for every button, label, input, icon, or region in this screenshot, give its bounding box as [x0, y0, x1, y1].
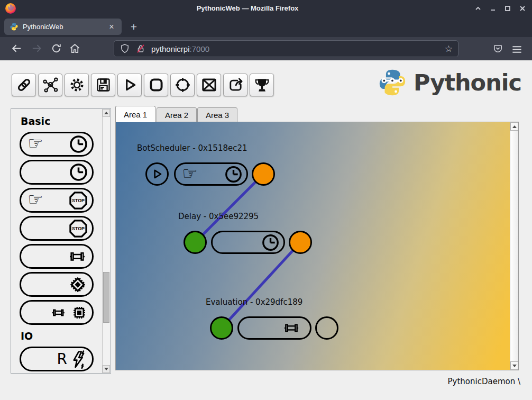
element-manual-stop[interactable]: ☞ STOP [20, 188, 94, 213]
canvas-scrollbar[interactable] [510, 122, 518, 370]
trophy-button[interactable] [250, 74, 274, 96]
element-scheduler[interactable] [20, 160, 94, 185]
share-icon [227, 77, 244, 93]
evaluation-input-socket[interactable] [210, 316, 233, 340]
tab-area-2[interactable]: Area 2 [157, 107, 197, 123]
hand-point-icon: ☞ [182, 165, 198, 182]
pythonic-logo: Pythonic [375, 67, 521, 98]
delay-output-socket[interactable] [289, 231, 312, 254]
close-window-button[interactable] [516, 2, 529, 15]
url-bar[interactable]: pythonicrpi:7000 ☆ [114, 40, 458, 57]
element-generic-python[interactable] [20, 272, 94, 297]
play-icon [150, 167, 164, 181]
window-titlebar: PythonicWeb — Mozilla Firefox [0, 0, 532, 17]
menu-hamburger-icon[interactable] [511, 43, 523, 56]
r-label: R [57, 350, 67, 368]
delay-input-socket[interactable] [184, 231, 207, 254]
tab-title: PythonicWeb [23, 23, 107, 31]
element-manual-scheduler[interactable]: ☞ [20, 132, 94, 157]
back-icon[interactable] [11, 42, 23, 54]
element-operation[interactable] [20, 244, 94, 269]
python-favicon [10, 22, 19, 31]
save-floppy-icon [95, 77, 112, 93]
workspace-canvas[interactable]: BotScheduler - 0x1518ec21 ☞ Delay - 0x5e… [115, 122, 519, 370]
trophy-icon [254, 77, 270, 93]
evaluation-body[interactable] [237, 316, 311, 340]
canvas-scroll-down-button[interactable] [510, 361, 518, 370]
kill-mail-button[interactable] [197, 74, 221, 96]
minimize-button[interactable] [487, 2, 499, 15]
home-icon[interactable] [69, 42, 81, 54]
tab-area-1[interactable]: Area 1 [115, 106, 155, 122]
crosshair-icon [175, 77, 191, 93]
canvas-scroll-up-button[interactable] [510, 122, 518, 131]
node-label-delay: Delay - 0x5ee92295 [178, 212, 259, 221]
element-library-panel: Basic ☞ ☞ STOP STOP [11, 108, 111, 374]
delay-body[interactable] [211, 231, 285, 254]
url-text[interactable]: pythonicrpi:7000 [151, 44, 445, 53]
bookmark-star-icon[interactable]: ☆ [445, 43, 453, 54]
stop-sign-icon: STOP [68, 190, 88, 211]
node-label-botscheduler: BotScheduler - 0x1518ec21 [137, 143, 247, 153]
section-heading-basic: Basic [21, 115, 111, 127]
tab-close-icon[interactable]: × [107, 22, 116, 32]
wire-delay-evaluation [222, 242, 300, 328]
envelope-x-icon [201, 77, 217, 93]
scroll-down-button[interactable] [103, 365, 110, 373]
reload-icon[interactable] [50, 42, 62, 54]
node-graph-button[interactable] [38, 74, 62, 96]
evaluation-output-socket[interactable] [315, 316, 338, 340]
url-host: pythonicrpi [151, 44, 190, 53]
scroll-up-button[interactable] [103, 109, 110, 117]
link-icon [16, 77, 32, 93]
hand-point-icon: ☞ [27, 134, 43, 152]
stop-sign-icon: STOP [68, 219, 88, 239]
clock-icon [69, 134, 88, 154]
insecure-lock-icon[interactable] [135, 43, 146, 54]
share-export-button[interactable] [223, 74, 247, 96]
sidebar-scrollbar[interactable] [102, 109, 111, 373]
clock-icon [69, 162, 88, 182]
element-redis[interactable]: R [20, 347, 94, 371]
hand-point-icon: ☞ [27, 190, 43, 208]
clock-icon [261, 233, 280, 252]
navigation-bar: pythonicrpi:7000 ☆ [0, 37, 532, 60]
logo-text: Pythonic [414, 69, 521, 96]
clock-icon [224, 165, 243, 184]
node-label-evaluation: Evaluation - 0x29dfc189 [206, 297, 302, 307]
chip-diamond-icon [67, 274, 88, 295]
workspaces-button[interactable] [472, 2, 484, 15]
daemon-status-label: PythonicDaemon \ [448, 377, 521, 386]
pythonic-snake-icon [375, 67, 409, 98]
element-process-operation[interactable] [20, 300, 94, 325]
botscheduler-body[interactable]: ☞ [174, 162, 248, 186]
browser-tab[interactable]: PythonicWeb × [4, 19, 122, 35]
lightning-icon [68, 349, 88, 370]
botscheduler-output-socket[interactable] [252, 162, 275, 186]
shield-icon[interactable] [120, 43, 130, 54]
run-button[interactable] [117, 74, 142, 96]
barbell-chip-icon [49, 304, 88, 322]
botscheduler-play-socket[interactable] [145, 162, 169, 186]
pocket-icon[interactable] [492, 43, 504, 55]
tab-strip: PythonicWeb × + [0, 17, 532, 37]
maximize-button[interactable] [501, 2, 514, 15]
link-button[interactable] [12, 74, 36, 96]
scrollbar-thumb[interactable] [103, 272, 109, 323]
barbell-icon [280, 320, 302, 337]
element-stop[interactable]: STOP [20, 216, 94, 241]
svg-text:STOP: STOP [72, 226, 85, 231]
tab-area-3[interactable]: Area 3 [197, 107, 237, 123]
target-button[interactable] [170, 74, 195, 96]
section-heading-io: IO [21, 330, 111, 342]
barbell-icon [66, 248, 88, 266]
gear-icon [69, 77, 85, 93]
window-title: PythonicWeb — Mozilla Firefox [0, 0, 532, 17]
stop-button[interactable] [144, 74, 168, 96]
connection-wires [116, 122, 510, 370]
node-graph-icon [42, 77, 59, 93]
settings-button[interactable] [65, 74, 89, 96]
save-button[interactable] [91, 74, 115, 96]
forward-icon[interactable] [31, 42, 43, 54]
new-tab-button[interactable]: + [126, 19, 142, 35]
